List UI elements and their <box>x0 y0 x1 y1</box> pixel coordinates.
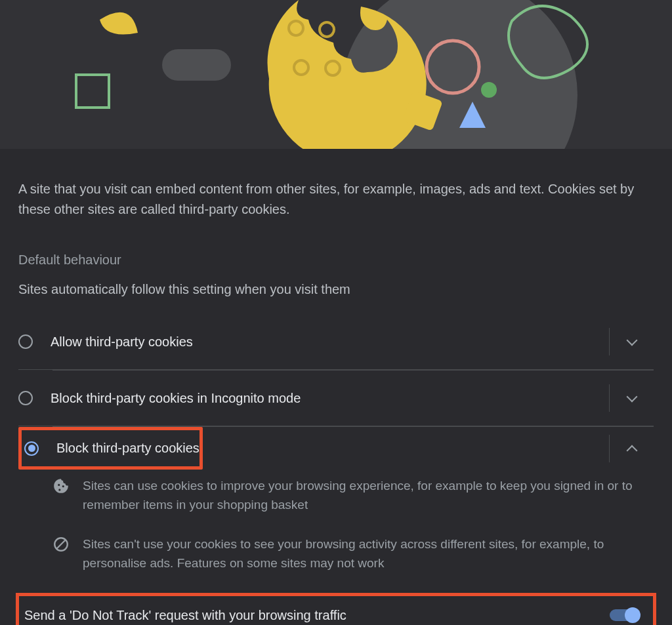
radio-icon <box>18 334 33 349</box>
svg-point-8 <box>481 82 497 98</box>
section-subtitle: Sites automatically follow this setting … <box>18 282 654 297</box>
cookie-icon <box>52 477 70 494</box>
chevron-down-icon <box>626 335 637 346</box>
svg-line-11 <box>57 540 66 548</box>
radio-icon <box>24 441 39 456</box>
option-label: Block third-party cookies in Incognito m… <box>51 391 609 406</box>
chevron-down-icon <box>626 392 637 403</box>
block-icon <box>52 536 70 553</box>
radio-option-block-incognito[interactable]: Block third-party cookies in Incognito m… <box>18 371 654 426</box>
svg-rect-1 <box>76 75 109 108</box>
option-label: Block third-party cookies <box>56 441 200 456</box>
intro-text: A site that you visit can embed content … <box>18 179 654 220</box>
expand-button[interactable] <box>609 384 654 412</box>
detail-text: Sites can't use your cookies to see your… <box>83 534 654 573</box>
detail-item: Sites can't use your cookies to see your… <box>52 534 654 573</box>
radio-icon <box>18 391 33 405</box>
do-not-track-row[interactable]: Send a 'Do Not Track' request with your … <box>24 596 642 625</box>
option-label: Allow third-party cookies <box>51 334 609 350</box>
do-not-track-label: Send a 'Do Not Track' request with your … <box>24 608 346 623</box>
svg-rect-0 <box>162 49 231 81</box>
highlight-annotation: Send a 'Do Not Track' request with your … <box>16 593 656 625</box>
radio-option-allow[interactable]: Allow third-party cookies <box>18 314 654 370</box>
option-details: Sites can use cookies to improve your br… <box>52 470 654 573</box>
detail-text: Sites can use cookies to improve your br… <box>83 476 654 515</box>
collapse-button[interactable] <box>609 435 654 462</box>
cookies-illustration-banner <box>0 0 672 149</box>
chevron-up-icon <box>626 445 637 456</box>
detail-item: Sites can use cookies to improve your br… <box>52 476 654 515</box>
do-not-track-toggle[interactable] <box>610 609 639 621</box>
svg-point-4 <box>320 22 334 37</box>
radio-option-block-all[interactable]: Block third-party cookies <box>18 427 654 470</box>
toggle-knob-icon <box>625 607 640 623</box>
highlight-annotation: Block third-party cookies <box>18 427 203 470</box>
section-title: Default behaviour <box>18 252 654 268</box>
expand-button[interactable] <box>609 328 654 355</box>
